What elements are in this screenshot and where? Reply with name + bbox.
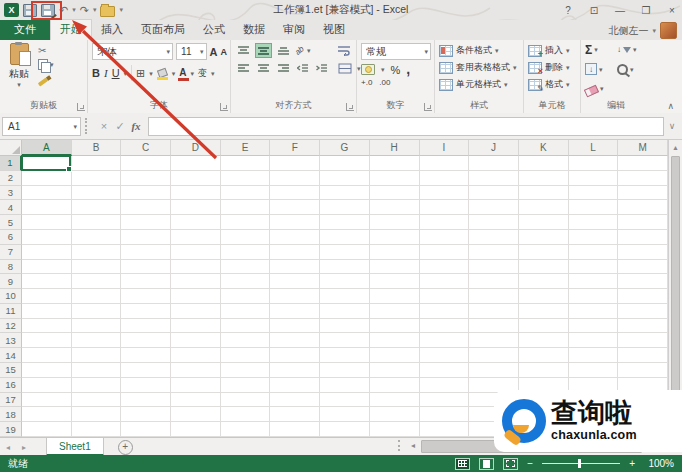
cell-K2[interactable]: [519, 171, 569, 186]
cell-E8[interactable]: [221, 260, 271, 275]
open-folder-icon[interactable]: [100, 6, 115, 17]
cell-E5[interactable]: [221, 215, 271, 230]
row-header-19[interactable]: 19: [0, 422, 22, 437]
cell-A10[interactable]: [22, 289, 72, 304]
cell-L14[interactable]: [569, 348, 619, 363]
cell-C8[interactable]: [121, 260, 171, 275]
row-header-1[interactable]: 1: [0, 156, 22, 171]
cell-F12[interactable]: [270, 319, 320, 334]
cell-G4[interactable]: [320, 200, 370, 215]
column-header-C[interactable]: C: [121, 140, 171, 156]
cell-K4[interactable]: [519, 200, 569, 215]
cell-H9[interactable]: [370, 274, 420, 289]
sheet-tab-sheet1[interactable]: Sheet1: [46, 438, 104, 456]
cell-G1[interactable]: [320, 156, 370, 171]
row-header-10[interactable]: 10: [0, 289, 22, 304]
cell-J12[interactable]: [469, 319, 519, 334]
cell-J9[interactable]: [469, 274, 519, 289]
align-left-button[interactable]: [235, 61, 252, 76]
cell-C10[interactable]: [121, 289, 171, 304]
cell-A15[interactable]: [22, 363, 72, 378]
row-header-4[interactable]: 4: [0, 200, 22, 215]
cell-styles-button[interactable]: 单元格样式 ▾: [439, 77, 520, 92]
cell-L9[interactable]: [569, 274, 619, 289]
tab-file[interactable]: 文件: [0, 20, 50, 40]
formula-bar-splitter[interactable]: [85, 118, 92, 134]
user-dropdown-icon[interactable]: ▾: [652, 27, 656, 35]
font-family-dropdown-icon[interactable]: ▾: [167, 48, 171, 55]
cell-M7[interactable]: [618, 245, 668, 260]
row-header-5[interactable]: 5: [0, 215, 22, 230]
align-middle-button[interactable]: [255, 43, 272, 58]
cell-J2[interactable]: [469, 171, 519, 186]
zoom-out-button[interactable]: −: [527, 458, 533, 469]
cell-H8[interactable]: [370, 260, 420, 275]
row-header-7[interactable]: 7: [0, 245, 22, 260]
cell-D8[interactable]: [171, 260, 221, 275]
cell-D18[interactable]: [171, 407, 221, 422]
cell-M14[interactable]: [618, 348, 668, 363]
cell-H10[interactable]: [370, 289, 420, 304]
clear-button[interactable]: ▾: [585, 82, 617, 95]
cell-B3[interactable]: [72, 186, 122, 201]
cell-M8[interactable]: [618, 260, 668, 275]
cell-L2[interactable]: [569, 171, 619, 186]
cell-L11[interactable]: [569, 304, 619, 319]
cell-L8[interactable]: [569, 260, 619, 275]
cell-F19[interactable]: [270, 422, 320, 437]
cell-L15[interactable]: [569, 363, 619, 378]
cell-E15[interactable]: [221, 363, 271, 378]
active-cell-selection[interactable]: [21, 155, 71, 171]
cell-L5[interactable]: [569, 215, 619, 230]
font-color-dropdown-icon[interactable]: ▾: [191, 70, 195, 77]
cell-B15[interactable]: [72, 363, 122, 378]
cell-B4[interactable]: [72, 200, 122, 215]
cell-F10[interactable]: [270, 289, 320, 304]
cell-J6[interactable]: [469, 230, 519, 245]
cell-J11[interactable]: [469, 304, 519, 319]
cell-G8[interactable]: [320, 260, 370, 275]
cell-E11[interactable]: [221, 304, 271, 319]
cell-M12[interactable]: [618, 319, 668, 334]
cell-I15[interactable]: [420, 363, 470, 378]
cell-H16[interactable]: [370, 378, 420, 393]
cell-G6[interactable]: [320, 230, 370, 245]
format-cells-button[interactable]: 格式 ▾: [528, 77, 577, 92]
cell-L7[interactable]: [569, 245, 619, 260]
cell-C14[interactable]: [121, 348, 171, 363]
cell-F9[interactable]: [270, 274, 320, 289]
column-header-J[interactable]: J: [469, 140, 519, 156]
cell-E16[interactable]: [221, 378, 271, 393]
zoom-in-button[interactable]: +: [629, 458, 635, 469]
cell-E6[interactable]: [221, 230, 271, 245]
cell-D2[interactable]: [171, 171, 221, 186]
cell-H12[interactable]: [370, 319, 420, 334]
cell-F11[interactable]: [270, 304, 320, 319]
cell-M9[interactable]: [618, 274, 668, 289]
column-header-F[interactable]: F: [270, 140, 320, 156]
formula-bar-expand-icon[interactable]: ∨: [664, 121, 680, 131]
cell-B5[interactable]: [72, 215, 122, 230]
cell-F4[interactable]: [270, 200, 320, 215]
comma-style-button[interactable]: ,: [406, 67, 410, 73]
cell-I7[interactable]: [420, 245, 470, 260]
borders-icon[interactable]: ⊞: [136, 67, 145, 80]
cell-D10[interactable]: [171, 289, 221, 304]
cell-F14[interactable]: [270, 348, 320, 363]
cell-B1[interactable]: [72, 156, 122, 171]
cell-B6[interactable]: [72, 230, 122, 245]
phonetic-dropdown-icon[interactable]: ▾: [211, 70, 215, 77]
column-header-G[interactable]: G: [320, 140, 370, 156]
phonetic-guide-button[interactable]: 变: [198, 67, 207, 80]
save-icon[interactable]: [23, 4, 37, 17]
tab-formulas[interactable]: 公式: [194, 20, 234, 40]
cell-M10[interactable]: [618, 289, 668, 304]
increase-indent-button[interactable]: [314, 61, 330, 76]
fill-color-dropdown-icon[interactable]: ▾: [172, 70, 176, 77]
collapse-ribbon-button[interactable]: ∧: [667, 101, 674, 111]
decrease-font-button[interactable]: A: [221, 47, 228, 57]
cell-M2[interactable]: [618, 171, 668, 186]
close-button[interactable]: ×: [666, 5, 678, 16]
italic-button[interactable]: I: [104, 67, 108, 79]
format-painter-icon[interactable]: [38, 77, 48, 86]
